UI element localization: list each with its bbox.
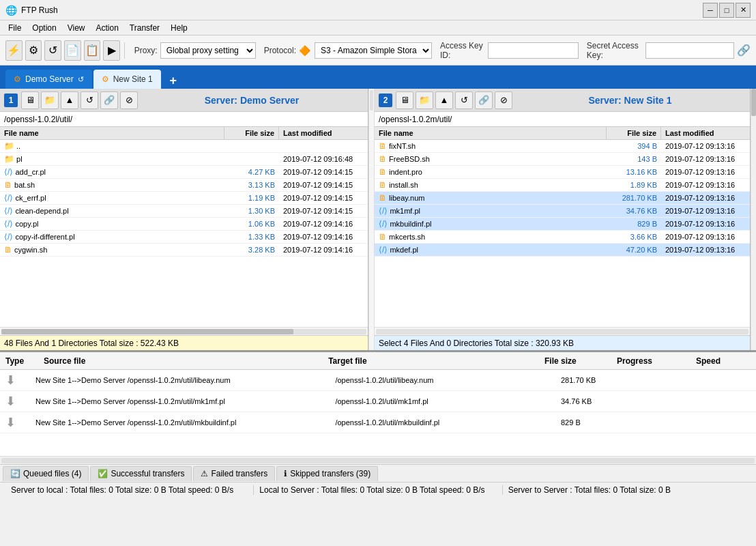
main-toolbar: ⚡ ⚙ ↺ 📄 📋 ▶ Proxy: Global proxy setting …	[0, 35, 756, 66]
pane-1-link-btn[interactable]: 🔗	[100, 91, 118, 109]
transfer-col-speed: Speed	[696, 356, 751, 366]
pane-2-folder-btn[interactable]: 📁	[416, 91, 433, 109]
pane-2-col-size[interactable]: File size	[607, 127, 661, 139]
transfer-source: New Site 1-->Demo Server /openssl-1.0.2m…	[35, 376, 332, 384]
pane-1-col-size[interactable]: File size	[224, 127, 279, 139]
menu-action[interactable]: Action	[91, 22, 124, 34]
toolbar-refresh-button[interactable]: ↺	[44, 40, 61, 61]
tab-queued-files[interactable]: 🔄 Queued files (4)	[3, 466, 89, 481]
bottom-tab-bar: 🔄 Queued files (4) ✅ Successful transfer…	[0, 464, 756, 482]
pane-2-col-modified[interactable]: Last modified	[661, 127, 750, 139]
transfer-col-source: Source file	[44, 356, 317, 366]
table-row[interactable]: 🗎 bat.sh 3.13 KB 2019-07-12 09:14:15	[0, 179, 368, 192]
table-row[interactable]: 🗎 libeay.num 281.70 KB 2019-07-12 09:13:…	[375, 192, 750, 205]
tab-demo-server[interactable]: ⚙ Demo Server ↺	[5, 70, 92, 89]
pane-2-col-name[interactable]: File name	[375, 127, 607, 139]
warning-icon: ⚠	[201, 469, 208, 478]
table-row[interactable]: ⟨/⟩ copy.pl 1.06 KB 2019-07-12 09:14:16	[0, 218, 368, 231]
pane-1-hscroll[interactable]	[0, 327, 368, 335]
table-row[interactable]: 🗎 cygwin.sh 3.28 KB 2019-07-12 09:14:16	[0, 244, 368, 257]
menu-view[interactable]: View	[62, 22, 91, 34]
table-row[interactable]: ⟨/⟩ copy-if-different.pl 1.33 KB 2019-07…	[0, 231, 368, 244]
table-row[interactable]: 📁 pl 2019-07-12 09:16:48	[0, 153, 368, 166]
protocol-select[interactable]: S3 - Amazon Simple Stora	[315, 42, 432, 59]
table-row[interactable]: 🗎 mkcerts.sh 3.66 KB 2019-07-12 09:13:16	[375, 231, 750, 244]
transfer-list: ⬇ New Site 1-->Demo Server /openssl-1.0.…	[0, 370, 756, 456]
transfer-target: /openssl-1.0.2l/util/libeay.num	[335, 376, 558, 384]
pane-1-block-btn[interactable]: ⊘	[120, 91, 138, 109]
table-row[interactable]: ⟨/⟩ add_cr.pl 4.27 KB 2019-07-12 09:14:1…	[0, 166, 368, 179]
pane-1-up-btn[interactable]: ▲	[61, 91, 78, 109]
pane-1-number: 1	[4, 94, 18, 107]
table-row[interactable]: 🗎 FreeBSD.sh 143 B 2019-07-12 09:13:16	[375, 153, 750, 166]
pane-1-path-input[interactable]	[4, 115, 364, 124]
table-row[interactable]: ⟨/⟩ mk1mf.pl 34.76 KB 2019-07-12 09:13:1…	[375, 205, 750, 218]
transfer-row[interactable]: ⬇ New Site 1-->Demo Server /openssl-1.0.…	[0, 370, 756, 391]
status-server-to-local: Server to local : Total files: 0 Total s…	[5, 485, 254, 495]
transfer-target: /openssl-1.0.2l/util/mkbuildinf.pl	[335, 418, 558, 427]
table-row[interactable]: 🗎 indent.pro 13.16 KB 2019-07-12 09:13:1…	[375, 166, 750, 179]
proxy-select[interactable]: Global proxy setting	[160, 42, 256, 59]
pane-1-refresh-btn[interactable]: ↺	[81, 91, 98, 109]
transfer-row[interactable]: ⬇ New Site 1-->Demo Server /openssl-1.0.…	[0, 412, 756, 433]
new-tab-button[interactable]: +	[165, 72, 181, 89]
link-button[interactable]: 🔗	[737, 42, 751, 59]
queued-icon: 🔄	[10, 469, 20, 478]
pane-2-toolbar: 2 🖥 📁 ▲ ↺ 🔗 ⊘ Server: New Site 1	[375, 89, 750, 112]
table-row[interactable]: ⟨/⟩ ck_errf.pl 1.19 KB 2019-07-12 09:14:…	[0, 192, 368, 205]
table-row[interactable]: ⟨/⟩ mkbuildinf.pl 829 B 2019-07-12 09:13…	[375, 218, 750, 231]
tab-successful-transfers[interactable]: ✅ Successful transfers	[90, 466, 192, 481]
pane-2-block-btn[interactable]: ⊘	[495, 91, 512, 109]
pane-1-col-name[interactable]: File name	[0, 127, 224, 139]
pane-2-up-btn[interactable]: ▲	[435, 91, 453, 109]
minimize-button[interactable]: ─	[703, 3, 718, 18]
toolbar-connect-button[interactable]: ⚡	[5, 40, 23, 61]
transfer-size: 281.70 KB	[561, 376, 622, 384]
transfer-row[interactable]: ⬇ New Site 1-->Demo Server /openssl-1.0.…	[0, 391, 756, 412]
transfer-type-icon: ⬇	[5, 373, 33, 388]
access-key-section: Access Key ID:	[440, 41, 579, 60]
pane-1: 1 🖥 📁 ▲ ↺ 🔗 ⊘ Server: Demo Server File n…	[0, 89, 368, 350]
pane-2-link-btn[interactable]: 🔗	[475, 91, 493, 109]
pane-2: 2 🖥 📁 ▲ ↺ 🔗 ⊘ Server: New Site 1 File na…	[375, 89, 751, 350]
pane-2-path-input[interactable]	[379, 115, 746, 124]
tab-demo-icon: ⚙	[14, 74, 21, 84]
pane-1-monitor-btn[interactable]: 🖥	[21, 91, 39, 109]
menu-transfer[interactable]: Transfer	[124, 22, 165, 34]
pane-1-status: 48 Files And 1 Directories Total size : …	[0, 335, 368, 350]
menu-help[interactable]: Help	[165, 22, 193, 34]
secret-key-input[interactable]	[645, 42, 734, 59]
session-tab-bar: ⚙ Demo Server ↺ ⚙ New Site 1 +	[0, 66, 756, 89]
menu-file[interactable]: File	[3, 22, 27, 34]
tab-skipped-transfers[interactable]: ℹ Skipped transfers (39)	[276, 466, 378, 481]
access-key-input[interactable]	[488, 42, 578, 59]
protocol-label: Protocol:	[264, 46, 296, 55]
transfer-panel: Type Source file Target file File size P…	[0, 351, 756, 464]
transfer-header: Type Source file Target file File size P…	[0, 352, 756, 370]
toolbar-terminal-button[interactable]: ▶	[103, 40, 120, 61]
pane-1-col-modified[interactable]: Last modified	[279, 127, 368, 139]
table-row[interactable]: 📁 ..	[0, 140, 368, 153]
tab-failed-transfers[interactable]: ⚠ Failed transfers	[193, 466, 275, 481]
table-row[interactable]: ⟨/⟩ mkdef.pl 47.20 KB 2019-07-12 09:13:1…	[375, 244, 750, 257]
menu-option[interactable]: Option	[27, 22, 61, 34]
tab-new-site-1[interactable]: ⚙ New Site 1	[93, 70, 161, 89]
tab-site-label: New Site 1	[113, 74, 153, 84]
transfer-type-icon: ⬇	[5, 415, 33, 430]
pane-1-folder-btn[interactable]: 📁	[41, 91, 59, 109]
close-button[interactable]: ✕	[736, 3, 751, 18]
toolbar-settings-button[interactable]: ⚙	[25, 40, 42, 61]
proxy-label: Proxy:	[134, 46, 158, 55]
pane-2-monitor-btn[interactable]: 🖥	[396, 91, 413, 109]
table-row[interactable]: ⟨/⟩ clean-depend.pl 1.30 KB 2019-07-12 0…	[0, 205, 368, 218]
pane-2-refresh-btn[interactable]: ↺	[455, 91, 473, 109]
table-row[interactable]: 🗎 install.sh 1.89 KB 2019-07-12 09:13:16	[375, 179, 750, 192]
pane-2-vscroll[interactable]	[751, 89, 756, 350]
transfer-hscroll[interactable]	[0, 456, 756, 464]
pane-2-number: 2	[379, 94, 392, 107]
pane-2-hscroll[interactable]	[375, 327, 750, 335]
table-row[interactable]: 🗎 fixNT.sh 394 B 2019-07-12 09:13:16	[375, 140, 750, 153]
toolbar-transfer-button[interactable]: 📋	[84, 40, 101, 61]
toolbar-file-button[interactable]: 📄	[64, 40, 81, 61]
maximize-button[interactable]: □	[719, 3, 734, 18]
